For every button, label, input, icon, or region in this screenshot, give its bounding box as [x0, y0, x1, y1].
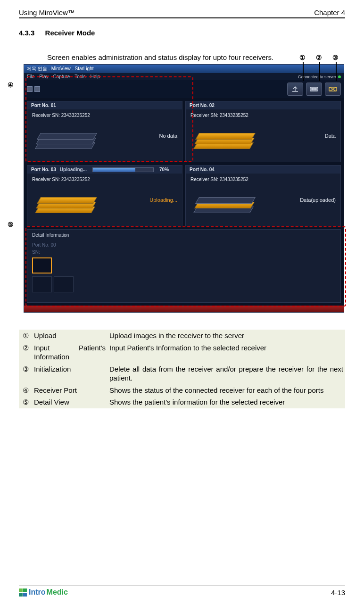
- legend-idx-2: ②: [19, 342, 32, 363]
- port-status-2: Data: [325, 133, 336, 139]
- port-sn-2: Receiver SN: 23433235252: [190, 113, 248, 118]
- upload-progress-label: Uploading...: [60, 167, 87, 172]
- legend-desc-5: Shows the patient's information for the …: [108, 396, 345, 408]
- top-callouts: ① ② ③: [299, 54, 339, 61]
- section-number: 4.3.3: [19, 29, 34, 37]
- port-cell-4[interactable]: Port No. 04 Receiver SN: 23433235252 Dat…: [185, 165, 341, 226]
- receiver-icon: [32, 124, 98, 157]
- detail-thumbnails-row2: [32, 276, 336, 292]
- svg-rect-2: [314, 88, 314, 90]
- view-list-icon[interactable]: [27, 86, 33, 92]
- port-cell-2[interactable]: Port No. 02 Receiver SN: 23433235252 Dat…: [185, 101, 341, 162]
- initialization-button[interactable]: [325, 83, 341, 96]
- receiver-icon: [190, 124, 256, 157]
- svg-rect-1: [312, 88, 313, 90]
- page-header: Using MiroView™ Chapter 4: [19, 8, 345, 18]
- view-mode-icons[interactable]: [27, 86, 40, 92]
- port-status-4: Data(uploaded): [300, 197, 336, 203]
- legend-label-5: Detail View: [32, 396, 108, 408]
- doc-title: Using MiroView™: [19, 8, 75, 17]
- section-title: Receiver Mode: [45, 29, 95, 37]
- logo-text-a: Intro: [29, 588, 46, 597]
- logo-squares-icon: [19, 588, 27, 597]
- menu-play[interactable]: Play: [39, 74, 48, 79]
- input-patient-button[interactable]: [306, 83, 322, 96]
- table-row: ⑤ Detail View Shows the patient's inform…: [19, 396, 345, 408]
- view-grid-icon[interactable]: [34, 86, 40, 92]
- port-status-3: Uploading...: [149, 197, 177, 203]
- page-footer: IntroMedic 4-13: [19, 586, 345, 597]
- receiver-port-grid: Port No. 01 Receiver SN: 23433235252 No …: [24, 98, 344, 229]
- table-row: ④ Receiver Port Shows the status of the …: [19, 384, 345, 397]
- legend-label-3: Initialization: [32, 363, 108, 384]
- port-sn-4: Receiver SN: 23433235252: [190, 177, 248, 182]
- thumbnail-item[interactable]: [32, 276, 52, 292]
- logo: IntroMedic: [19, 588, 68, 597]
- legend-label-2: Input Patient's Information: [32, 342, 108, 363]
- figure-container: ① ② ③ ④ ⑤ 제목 없음 - MiroView - StarLight F…: [19, 64, 345, 313]
- table-row: ② Input Patient's Information Input Pati…: [19, 342, 345, 363]
- menu-tools[interactable]: Tools: [74, 74, 85, 79]
- detail-port-number: Port No. 00: [32, 242, 336, 248]
- legend-idx-3: ③: [19, 363, 32, 384]
- port-title-4: Port No. 04: [186, 166, 340, 174]
- callout-5: ⑤: [8, 221, 14, 228]
- port-cell-3[interactable]: Port No. 03 Uploading... 70% Receiver SN…: [27, 165, 182, 226]
- toolbar: [24, 80, 344, 98]
- callout-2: ②: [316, 54, 322, 61]
- legend-desc-2: Input Patient's Information to the selec…: [108, 342, 345, 363]
- port-sn-3: Receiver SN: 23433235252: [32, 177, 90, 182]
- menu-help[interactable]: Help: [91, 74, 100, 79]
- detail-thumbnails: [32, 257, 336, 273]
- port-title-3-label: Port No. 03: [31, 167, 56, 172]
- menu-bar: File Play Capture Tools Help Connected t…: [24, 73, 344, 80]
- callout-1: ①: [299, 54, 306, 61]
- callout-3: ③: [332, 54, 339, 61]
- menu-file[interactable]: File: [27, 74, 34, 79]
- svg-rect-3: [315, 88, 316, 90]
- page-number: 4-13: [331, 588, 345, 597]
- legend-label-4: Receiver Port: [32, 384, 108, 397]
- thumbnail-item[interactable]: [54, 276, 74, 292]
- legend-label-1: Upload: [32, 330, 108, 342]
- callout-4: ④: [8, 81, 14, 89]
- legend-desc-1: Upload images in the receiver to the ser…: [108, 330, 345, 342]
- connection-status-text: Connected to server: [298, 75, 336, 79]
- legend-desc-3: Delete all data from the receiver and/or…: [108, 363, 345, 384]
- upload-progress-bar: [92, 167, 154, 172]
- legend-idx-4: ④: [19, 384, 32, 397]
- thumbnail-selected[interactable]: [32, 257, 52, 273]
- table-row: ① Upload Upload images in the receiver t…: [19, 330, 345, 342]
- legend-table: ① Upload Upload images in the receiver t…: [19, 330, 345, 408]
- upload-button[interactable]: [287, 83, 303, 96]
- detail-panel-title: Detail Information: [27, 230, 340, 240]
- upload-progress-pct: 70%: [159, 167, 169, 172]
- table-row: ③ Initialization Delete all data from th…: [19, 363, 345, 384]
- port-status-1: No data: [159, 133, 177, 139]
- legend-desc-4: Shows the status of the connected receiv…: [108, 384, 345, 397]
- menu-capture[interactable]: Capture: [53, 74, 70, 79]
- app-window: 제목 없음 - MiroView - StarLight File Play C…: [24, 64, 344, 313]
- window-status-bar: [24, 306, 344, 312]
- legend-idx-1: ①: [19, 330, 32, 342]
- port-title-2: Port No. 02: [186, 101, 340, 109]
- logo-text-b: Medic: [47, 588, 68, 597]
- receiver-icon: [32, 188, 98, 221]
- port-sn-1: Receiver SN: 23433235252: [32, 113, 90, 118]
- chapter-label: Chapter 4: [314, 8, 345, 17]
- receiver-icon: [190, 188, 256, 221]
- legend-idx-5: ⑤: [19, 396, 32, 408]
- port-title-3: Port No. 03 Uploading... 70%: [27, 166, 182, 174]
- status-dot-icon: [338, 75, 341, 78]
- window-title: 제목 없음 - MiroView - StarLight: [27, 66, 94, 72]
- section-heading: 4.3.3 Receiver Mode: [19, 29, 345, 37]
- window-titlebar: 제목 없음 - MiroView - StarLight: [24, 65, 344, 73]
- detail-information-panel: Detail Information Port No. 00 SN:: [27, 229, 341, 303]
- port-cell-1[interactable]: Port No. 01 Receiver SN: 23433235252 No …: [27, 101, 182, 162]
- detail-sn: SN:: [32, 249, 336, 255]
- port-title-1: Port No. 01: [27, 101, 182, 109]
